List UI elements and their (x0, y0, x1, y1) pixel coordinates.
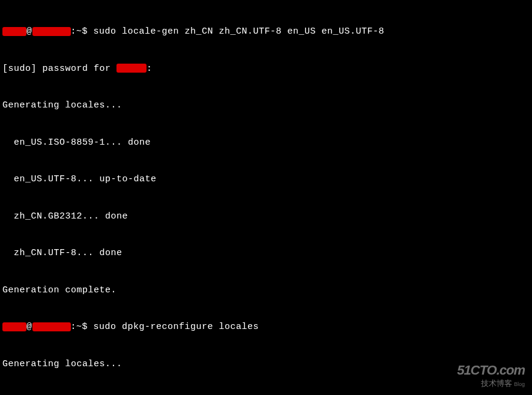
at-symbol: @ (26, 26, 32, 37)
sudo-suffix: : (147, 64, 153, 74)
redacted-host (32, 27, 71, 36)
locale-line: en_US.UTF-8... up-to-date (2, 173, 530, 186)
prompt-line-2: @:~$ sudo dpkg-reconfigure locales (2, 321, 530, 334)
locale-line: en_US.ISO-8859-1... done (2, 137, 530, 149)
locale-line: zh_CN.UTF-8... done (2, 247, 530, 260)
redacted-user (2, 322, 26, 331)
watermark-blog: Blog (512, 381, 525, 387)
terminal-output[interactable]: @:~$ sudo locale-gen zh_CN zh_CN.UTF-8 e… (2, 1, 530, 395)
sudo-prefix: [sudo] password for (2, 64, 116, 74)
generating-start-1: Generating locales... (2, 100, 530, 112)
generation-complete-1: Generation complete. (2, 285, 530, 297)
watermark: 51CTO.com 技术博客 Blog (457, 364, 525, 390)
prompt-line-1: @:~$ sudo locale-gen zh_CN zh_CN.UTF-8 e… (2, 26, 530, 38)
at-symbol: @ (26, 322, 32, 332)
redacted-host (32, 322, 71, 331)
generating-start-2: Generating locales... (2, 358, 530, 371)
redacted-user (2, 27, 26, 36)
prompt-path: :~$ (71, 26, 94, 37)
watermark-label: 技术博客 (481, 379, 512, 388)
locale-line: zh_CN.GB2312... done (2, 211, 530, 223)
command-2: sudo dpkg-reconfigure locales (94, 322, 259, 332)
sudo-line: [sudo] password for : (2, 63, 530, 76)
redacted-user-2 (116, 64, 147, 73)
watermark-site: 51CTO.com (457, 364, 525, 377)
prompt-path: :~$ (71, 322, 94, 332)
command-1: sudo locale-gen zh_CN zh_CN.UTF-8 en_US … (94, 26, 385, 37)
